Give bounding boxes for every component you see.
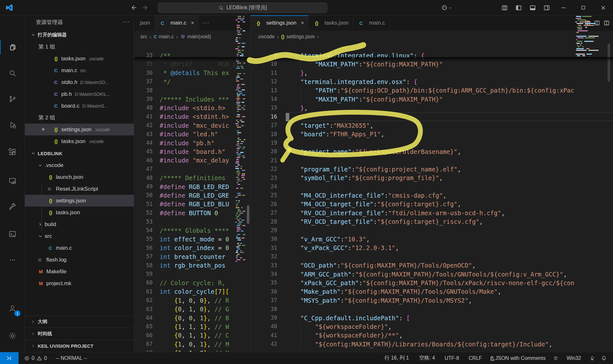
line-number-45[interactable]: 45 xyxy=(134,148,153,155)
breadcrumb-item[interactable]: main(void) xyxy=(180,34,211,40)
line-number-22[interactable]: 22 xyxy=(251,166,277,172)
section-header-KEIL-UVISION-PROJECT[interactable]: KEIL UVISION PROJECT xyxy=(25,340,134,352)
breadcrumb-item[interactable]: Cmain.c xyxy=(154,34,174,40)
activity-more-icon[interactable] xyxy=(0,252,25,268)
line-number-36[interactable]: 36 xyxy=(251,288,277,295)
open-editor-item-tasks.json[interactable]: {}tasks.json.vscode xyxy=(25,53,134,64)
left-code-editor[interactable]: 33/**35 * @brief RGB LED36 * @details Th… xyxy=(134,43,250,352)
line-number-41[interactable]: 41 xyxy=(251,332,277,338)
close-icon[interactable]: × xyxy=(191,20,194,26)
left-breadcrumb[interactable]: src›Cmain.c›main(void) xyxy=(134,31,250,43)
extension-seal-status[interactable] xyxy=(587,352,598,364)
notifications-status[interactable] xyxy=(598,352,610,364)
cursor-position[interactable]: 行 16, 列 1 xyxy=(382,352,412,364)
line-number-24[interactable]: 24 xyxy=(251,183,277,190)
line-number-15[interactable]: 15 xyxy=(251,104,277,111)
line-number-42[interactable]: 42 xyxy=(134,122,153,128)
line-number-36[interactable]: 36 xyxy=(134,70,153,76)
line-number-37[interactable]: 37 xyxy=(134,78,153,85)
sidebar-more-actions-icon[interactable]: ··· xyxy=(123,19,130,25)
forward-arrow-icon[interactable] xyxy=(142,4,149,11)
line-number-64[interactable]: 64 xyxy=(134,315,153,321)
line-number-32[interactable]: 32 xyxy=(251,253,277,260)
copilot-menu[interactable] xyxy=(441,4,453,11)
line-number-63[interactable]: 63 xyxy=(134,306,153,312)
maximize-button[interactable] xyxy=(573,0,593,15)
activity-remote-explorer-icon[interactable] xyxy=(0,173,25,189)
line-number-27[interactable]: 27 xyxy=(251,209,277,216)
breadcrumb-item[interactable]: {}settings.json xyxy=(281,34,315,40)
tab-main.c[interactable]: Cmain.c xyxy=(353,15,390,31)
activity-run-debug-icon[interactable] xyxy=(0,117,25,133)
vim-mode[interactable]: -- NORMAL -- xyxy=(53,352,90,364)
activity-extensions-icon[interactable] xyxy=(0,144,25,160)
tab-.json[interactable]: .json xyxy=(134,15,155,31)
line-number-17[interactable]: 17 xyxy=(251,122,277,128)
line-number-47[interactable]: 47 xyxy=(134,166,153,172)
line-number-21[interactable]: 21 xyxy=(251,157,277,163)
right-minimap[interactable] xyxy=(575,15,604,352)
line-number-66[interactable]: 66 xyxy=(134,332,153,338)
tab-settings.json[interactable]: {}settings.json× xyxy=(251,15,309,31)
close-icon[interactable]: × xyxy=(42,126,48,133)
open-editor-item-stdio.h[interactable]: Cstdio.hD:\MaximSD... xyxy=(25,76,134,88)
activity-files-icon[interactable] xyxy=(0,40,25,55)
customize-layout-icon[interactable] xyxy=(497,0,511,15)
tree-item-project.mk[interactable]: Mproject.mk xyxy=(25,277,134,289)
open-editor-item-pb.h[interactable]: Cpb.hD:\MaximSDK\L... xyxy=(25,88,134,100)
line-number-67[interactable]: 67 xyxy=(134,341,153,347)
activity-terminal-panel-icon[interactable] xyxy=(0,226,25,242)
back-arrow-icon[interactable] xyxy=(130,4,137,11)
line-number-44[interactable]: 44 xyxy=(134,140,153,146)
more-actions-icon[interactable] xyxy=(603,20,610,26)
line-number-41[interactable]: 41 xyxy=(134,113,153,120)
left-minimap[interactable] xyxy=(235,15,245,352)
line-number-33[interactable]: 33 xyxy=(251,262,277,269)
activity-search-icon[interactable] xyxy=(0,65,25,81)
line-number-19[interactable]: 19 xyxy=(251,140,277,146)
line-number-53[interactable]: 53 xyxy=(134,218,153,225)
open-editor-item-settings.json[interactable]: ×{}settings.json.vscode xyxy=(25,124,134,135)
line-number-25[interactable]: 25 xyxy=(251,192,277,198)
settings-gear-icon[interactable] xyxy=(0,328,25,344)
activity-source-control-icon[interactable] xyxy=(0,91,25,107)
open-editor-item-tasks.json[interactable]: {}tasks.json.vscode xyxy=(25,135,134,147)
section-header--[interactable]: 打开的编辑器 xyxy=(25,29,134,41)
line-number-51[interactable]: 51 xyxy=(134,201,153,207)
toggle-secondary-sidebar-icon[interactable] xyxy=(540,0,554,15)
line-number-40[interactable]: 40 xyxy=(134,104,153,111)
command-center-search[interactable]: LEDBlink [管理员] xyxy=(158,3,327,13)
line-number-42[interactable]: 42 xyxy=(251,341,277,347)
line-number-13[interactable]: 13 xyxy=(251,87,277,94)
line-number-58[interactable]: 58 xyxy=(134,262,153,269)
line-number-34[interactable]: 34 xyxy=(251,271,277,277)
os-status[interactable]: Win32 xyxy=(564,352,584,364)
activity-tools-icon[interactable] xyxy=(0,199,25,215)
line-number-50[interactable]: 50 xyxy=(134,192,153,198)
language-mode[interactable]: {}× JSON with Comments xyxy=(488,352,549,364)
line-number-55[interactable]: 55 xyxy=(134,236,153,242)
line-number-10[interactable]: 10 xyxy=(251,61,277,67)
line-number-65[interactable]: 65 xyxy=(134,323,153,330)
close-button[interactable] xyxy=(593,0,613,15)
toggle-panel-icon[interactable] xyxy=(526,0,540,15)
line-number-38[interactable]: 38 xyxy=(251,306,277,312)
line-number-39[interactable]: 39 xyxy=(134,96,153,102)
line-number-61[interactable]: 61 xyxy=(134,288,153,295)
right-breadcrumb[interactable]: .vscode›{}settings.json› xyxy=(251,31,613,43)
line-number-60[interactable]: 60 xyxy=(134,279,153,286)
tree-item-.vscode[interactable]: .vscode xyxy=(25,159,134,171)
line-number-28[interactable]: 28 xyxy=(251,218,277,225)
indentation-status[interactable]: 空格: 4 xyxy=(416,352,438,364)
line-number-31[interactable]: 31 xyxy=(251,245,277,251)
open-editor-item-main.c[interactable]: Cmain.csrc xyxy=(25,64,134,76)
line-number-37[interactable]: 37 xyxy=(251,297,277,303)
tree-item-launch.json[interactable]: {}launch.json xyxy=(25,171,134,183)
left-scrollbar[interactable] xyxy=(247,205,249,224)
right-scrollbar[interactable] xyxy=(608,43,610,82)
minimize-button[interactable] xyxy=(554,0,573,15)
line-number-49[interactable]: 49 xyxy=(134,183,153,190)
line-number-62[interactable]: 62 xyxy=(134,297,153,303)
line-number-29[interactable]: 29 xyxy=(251,227,277,233)
line-number-57[interactable]: 57 xyxy=(134,253,153,260)
